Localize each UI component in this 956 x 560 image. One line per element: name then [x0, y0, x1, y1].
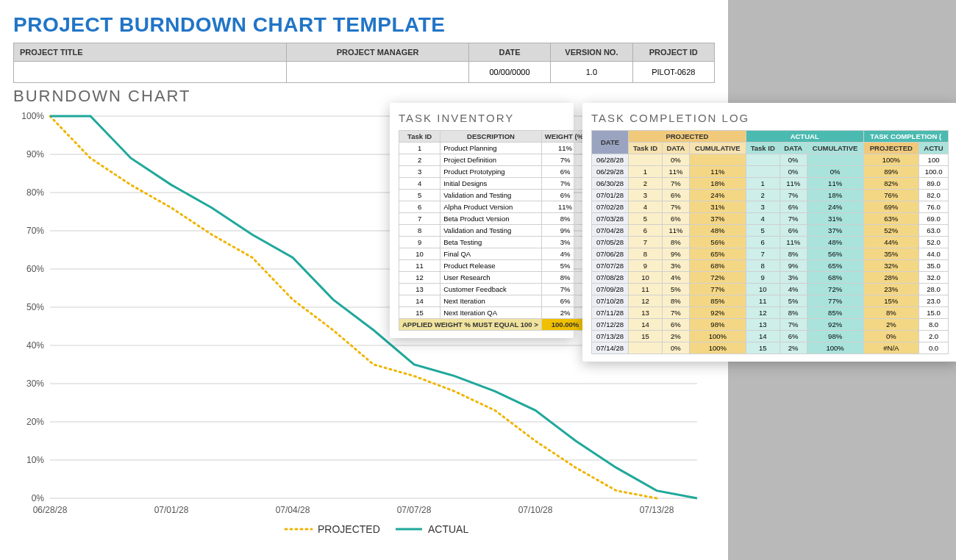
cl-pcum: 31%: [689, 201, 746, 213]
cl-date: 06/29/28: [592, 166, 629, 178]
cl-ptid: 12: [629, 295, 663, 307]
svg-text:ACTUAL: ACTUAL: [428, 523, 468, 535]
cl-header-date-spacer: DATE: [592, 131, 629, 154]
ti-desc: Project Definition: [440, 154, 542, 166]
ti-header-id: Task ID: [399, 131, 440, 143]
cl-ptid: [629, 154, 663, 166]
value-version[interactable]: 1.0: [551, 62, 632, 83]
cl-ptid: [629, 342, 663, 354]
cl-atid: 6: [746, 237, 780, 248]
cl-pdata: 11%: [662, 166, 689, 178]
ti-desc: User Research: [440, 272, 542, 284]
cl-ptid: 9: [629, 260, 663, 272]
cl-tact: 23.0: [919, 295, 949, 307]
svg-text:50%: 50%: [26, 302, 44, 312]
cl-date: 06/30/28: [592, 178, 629, 190]
svg-text:07/13/28: 07/13/28: [640, 505, 674, 515]
cl-h-acum: CUMULATIVE: [807, 143, 863, 154]
cl-atid: 4: [746, 213, 780, 225]
ti-id: 13: [399, 284, 440, 295]
svg-text:40%: 40%: [26, 340, 44, 351]
header-project-id: PROJECT ID: [632, 43, 714, 62]
cl-acum: 98%: [807, 331, 863, 342]
cl-pcum: [689, 154, 746, 166]
cl-tproj: 8%: [863, 307, 919, 319]
cl-tact: 82.0: [919, 190, 949, 201]
cl-tproj: 23%: [863, 284, 919, 295]
cl-pcum: 68%: [689, 260, 746, 272]
cl-pdata: 0%: [662, 342, 689, 354]
cl-pcum: 18%: [689, 178, 746, 190]
value-project-manager[interactable]: [287, 62, 469, 83]
ti-desc: Next Iteration: [440, 295, 542, 307]
header-project-title: PROJECT TITLE: [14, 43, 287, 62]
cl-pdata: 6%: [662, 213, 689, 225]
task-inventory-title: TASK INVENTORY: [399, 112, 565, 124]
svg-text:07/10/28: 07/10/28: [518, 505, 553, 515]
cl-tproj: 28%: [863, 272, 919, 284]
completion-log-panel: TASK COMPLETION LOG DATE PROJECTED ACTUA…: [582, 103, 956, 362]
cl-ptid: 11: [629, 284, 663, 295]
cl-date: 07/01/28: [592, 190, 629, 201]
table-row: 07/11/28137%92%128%85%8%15.0: [592, 307, 949, 319]
svg-text:0%: 0%: [32, 493, 45, 503]
project-meta-table: PROJECT TITLE PROJECT MANAGER DATE VERSI…: [13, 43, 715, 83]
table-row: 06/29/28111%11%0%0%89%100.0: [592, 166, 949, 178]
cl-ptid: 4: [629, 201, 663, 213]
cl-tact: 8.0: [919, 319, 949, 331]
cl-tact: 35.0: [919, 260, 949, 272]
cl-atid: 5: [746, 225, 780, 237]
value-project-title[interactable]: [14, 62, 287, 83]
table-row: 4Initial Designs7%: [399, 178, 589, 190]
cl-tact: 28.0: [919, 284, 949, 295]
cl-acum: 11%: [807, 178, 863, 190]
cl-tproj: 35%: [863, 248, 919, 260]
cl-h-atid: Task ID: [746, 143, 780, 154]
header-project-manager: PROJECT MANAGER: [287, 43, 469, 62]
table-row: 14Next Iteration6%: [399, 295, 589, 307]
cl-date: 06/28/28: [592, 154, 629, 166]
cl-adata: 4%: [780, 284, 807, 295]
table-row: 3Product Prototyping6%: [399, 166, 589, 178]
main-content: PROJECT BURNDOWN CHART TEMPLATE PROJECT …: [0, 0, 728, 83]
cl-atid: 14: [746, 331, 780, 342]
cl-adata: 2%: [780, 342, 807, 354]
cl-atid: 2: [746, 190, 780, 201]
cl-acum: 85%: [807, 307, 863, 319]
cl-pdata: 5%: [662, 284, 689, 295]
cl-h-pdata: DATA: [662, 143, 689, 154]
cl-date: 07/04/28: [592, 225, 629, 237]
cl-date: 07/12/28: [592, 319, 629, 331]
cl-acum: 65%: [807, 260, 863, 272]
table-row: 5Validation and Testing6%: [399, 190, 589, 201]
value-date[interactable]: 00/00/0000: [468, 62, 550, 83]
cl-adata: 11%: [780, 237, 807, 248]
cl-adata: 7%: [780, 213, 807, 225]
cl-tact: 89.0: [919, 178, 949, 190]
svg-text:PROJECTED: PROJECTED: [318, 523, 380, 535]
table-row: 1Product Planning11%: [399, 143, 589, 154]
ti-desc: Customer Feedback: [440, 284, 542, 295]
cl-tproj: 63%: [863, 213, 919, 225]
cl-ptid: 6: [629, 225, 663, 237]
table-row: 9Beta Testing3%: [399, 237, 589, 248]
cl-pcum: 100%: [689, 342, 746, 354]
table-row: 07/07/2893%68%89%65%32%35.0: [592, 260, 949, 272]
table-row: 06/28/280%0%100%100: [592, 154, 949, 166]
cl-atid: 3: [746, 201, 780, 213]
cl-tproj: 69%: [863, 201, 919, 213]
cl-adata: 6%: [780, 225, 807, 237]
svg-text:10%: 10%: [26, 455, 44, 465]
cl-tact: 32.0: [919, 272, 949, 284]
cl-atid: 13: [746, 319, 780, 331]
svg-text:100%: 100%: [21, 111, 44, 121]
cl-acum: 37%: [807, 225, 863, 237]
cl-date: 07/08/28: [592, 272, 629, 284]
completion-log-table: DATE PROJECTED ACTUAL TASK COMPLETION ( …: [591, 130, 949, 354]
cl-tproj: 44%: [863, 237, 919, 248]
cl-pcum: 72%: [689, 272, 746, 284]
ti-id: 12: [399, 272, 440, 284]
value-project-id[interactable]: PILOT-0628: [632, 62, 714, 83]
svg-text:06/28/28: 06/28/28: [33, 505, 68, 515]
cl-ptid: 15: [629, 331, 663, 342]
